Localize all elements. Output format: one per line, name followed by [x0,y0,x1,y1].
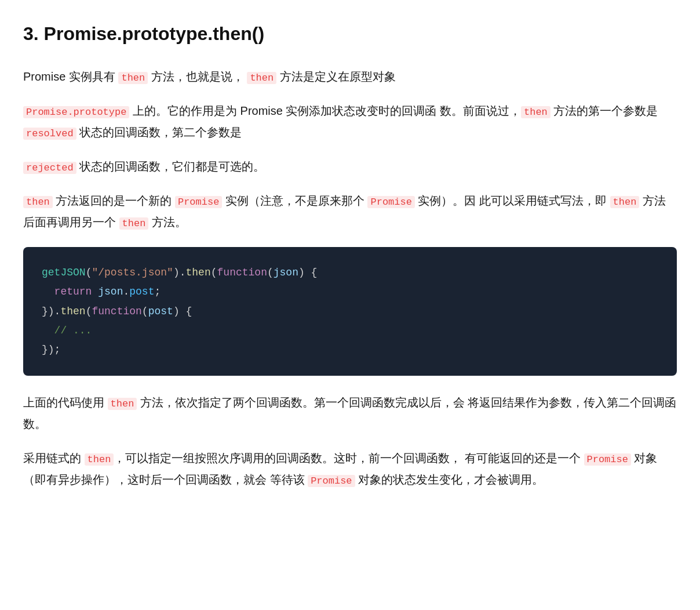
paragraph-2: Promise.prototype 上的。它的作用是为 Promise 实例添加… [23,100,677,143]
inline-code-then-8: then [85,453,114,466]
page-title: 3. Promise.prototype.then() [23,17,677,50]
inline-code-then-6: then [119,217,149,230]
inline-code-then-4: then [23,196,53,208]
inline-code-promise-prototype: Promise.prototype [23,106,129,118]
code-line-2: return json.post; [42,282,658,302]
inline-code-then-3: then [521,106,550,118]
inline-code-rejected: rejected [23,162,76,174]
paragraph-5: 上面的代码使用 then 方法，依次指定了两个回调函数。第一个回调函数完成以后，… [23,392,677,435]
inline-code-promise-1: Promise [175,196,222,208]
inline-code-promise-2: Promise [367,196,414,208]
paragraph-4: then 方法返回的是一个新的 Promise 实例（注意，不是原来那个 Pro… [23,190,677,233]
inline-code-resolved: resolved [23,128,76,140]
code-line-1: getJSON("/posts.json").then(function(jso… [42,263,658,282]
paragraph-3: rejected 状态的回调函数，它们都是可选的。 [23,156,677,177]
code-line-4: // ... [42,321,658,340]
inline-code-then-2: then [247,72,276,84]
inline-code-then-7: then [108,398,137,410]
paragraph-1: Promise 实例具有 then 方法，也就是说， then 方法是定义在原型… [23,66,677,88]
inline-code-promise-4: Promise [308,475,355,487]
inline-code-then-5: then [610,196,640,208]
code-line-5: }); [42,340,658,360]
code-line-3: }).then(function(post) { [42,302,658,321]
code-block: getJSON("/posts.json").then(function(jso… [23,247,677,376]
inline-code-promise-3: Promise [584,453,631,466]
inline-code-then-1: then [118,72,148,84]
paragraph-6: 采用链式的 then，可以指定一组按照次序调用的回调函数。这时，前一个回调函数，… [23,448,677,491]
